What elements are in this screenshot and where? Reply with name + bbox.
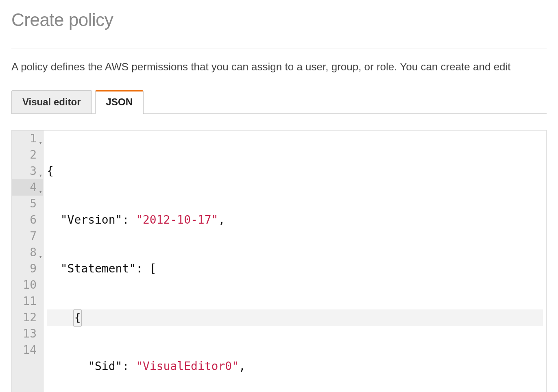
code-token: : [ — [136, 262, 157, 275]
code-token: { — [73, 309, 82, 327]
line-number: 8 — [12, 244, 43, 261]
line-number: 14 — [12, 342, 43, 358]
tab-visual-editor[interactable]: Visual editor — [11, 90, 92, 113]
line-number: 5 — [12, 196, 43, 212]
line-number: 11 — [12, 293, 43, 309]
line-number: 7 — [12, 228, 43, 244]
code-token: "Version" — [61, 213, 122, 226]
editor-gutter: 1 2 3 4 5 6 7 8 9 10 11 12 13 14 — [12, 131, 44, 392]
code-token: "VisualEditor0" — [136, 359, 239, 373]
code-token: { — [47, 164, 54, 178]
code-token: "2012-10-17" — [136, 213, 218, 226]
editor-code[interactable]: { "Version": "2012-10-17", "Statement": … — [44, 131, 546, 392]
divider — [11, 48, 547, 48]
json-editor[interactable]: 1 2 3 4 5 6 7 8 9 10 11 12 13 14 { "Vers… — [11, 130, 547, 392]
policy-description: A policy defines the AWS permissions tha… — [11, 61, 547, 73]
line-number: 4 — [12, 179, 43, 196]
line-number: 12 — [12, 309, 43, 326]
line-number: 10 — [12, 277, 43, 293]
page-title: Create policy — [11, 10, 547, 30]
code-token: "Sid" — [88, 359, 122, 373]
code-token: : — [122, 213, 136, 226]
code-token: , — [218, 213, 225, 226]
line-number: 6 — [12, 212, 43, 228]
line-number: 13 — [12, 326, 43, 342]
line-number: 3 — [12, 163, 43, 179]
code-token: : — [122, 359, 136, 373]
line-number: 2 — [12, 147, 43, 163]
code-token: , — [239, 359, 246, 373]
code-token: "Statement" — [61, 262, 136, 275]
line-number: 9 — [12, 261, 43, 277]
editor-tabs: Visual editor JSON — [11, 90, 547, 114]
line-number: 1 — [12, 131, 43, 147]
tab-json[interactable]: JSON — [95, 90, 144, 114]
